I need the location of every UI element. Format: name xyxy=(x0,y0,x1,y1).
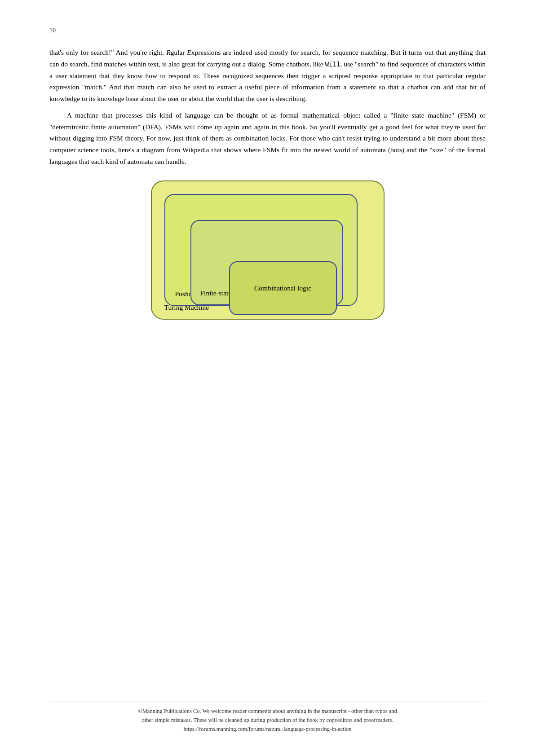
automata-diagram-container: Turing Machine Pushdown automaton Finite… xyxy=(151,180,385,324)
combinational-logic-box: Combinational logic xyxy=(229,261,337,315)
pushdown-automaton-box: Pushdown automaton Finite-state machine … xyxy=(164,194,358,306)
automata-diagram: Turing Machine Pushdown automaton Finite… xyxy=(151,180,385,324)
paragraph-2: A machine that processes this kind of la… xyxy=(49,110,486,167)
footer-line3: https://forums.manning.com/forums/natura… xyxy=(183,726,351,732)
page-number: 10 xyxy=(49,27,486,34)
combinational-logic-label: Combinational logic xyxy=(254,284,311,292)
italic-r: R xyxy=(166,48,170,56)
will-code: Will xyxy=(325,61,340,68)
footer-line1: ©Manning Publications Co. We welcome rea… xyxy=(138,708,397,714)
body-text: that's only for search!" And you're righ… xyxy=(49,47,486,167)
fsm-box: Finite-state machine Combinational logic xyxy=(190,220,343,305)
page: 10 that's only for search!" And you're r… xyxy=(0,0,535,756)
italic-e: E xyxy=(187,48,191,56)
turing-machine-box: Turing Machine Pushdown automaton Finite… xyxy=(151,180,385,320)
footer-line2: other simple mistakes. These will be cle… xyxy=(141,717,393,723)
paragraph-1: that's only for search!" And you're righ… xyxy=(49,47,486,104)
footer: ©Manning Publications Co. We welcome rea… xyxy=(49,702,486,734)
